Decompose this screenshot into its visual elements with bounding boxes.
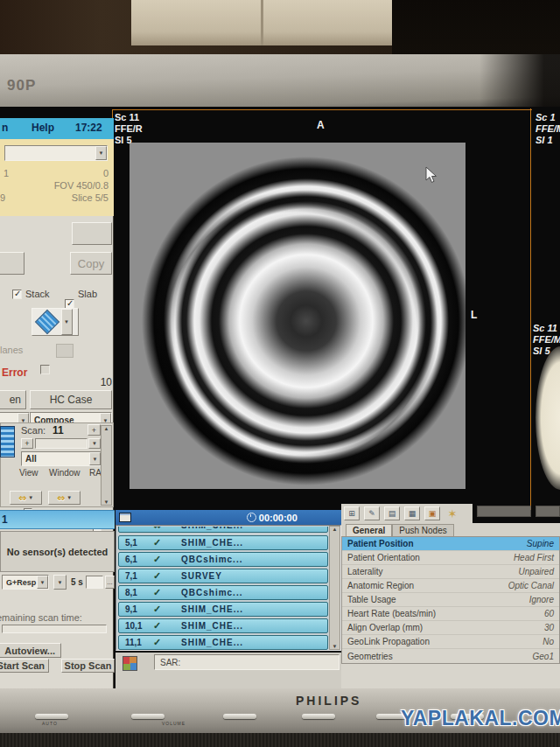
- trigger-value: G+Resp: [3, 578, 37, 587]
- speaker-grille: [0, 733, 560, 747]
- monitor-volume-down-button: [131, 714, 164, 719]
- layout-icon[interactable]: ⊞: [344, 506, 360, 520]
- window-icon[interactable]: [119, 513, 131, 522]
- trigger-mini-dropdown[interactable]: ▼: [53, 575, 66, 590]
- scan-label: Scan:: [21, 425, 46, 436]
- scan-row[interactable]: 7,1 ✓ SURVEY: [118, 569, 328, 583]
- scroll-up-icon[interactable]: ▲: [332, 527, 338, 532]
- auto-button-label: AUTO: [42, 721, 58, 726]
- scan-list[interactable]: ✖ SHIM_CHE... 5,1 ✓ SHIM_CHE... 6,1 ✓ QB…: [116, 525, 341, 651]
- scroll-up-icon[interactable]: ▲: [104, 426, 109, 431]
- chevron-down-icon[interactable]: [37, 576, 48, 589]
- propagate-window-button[interactable]: ⇔▼: [48, 491, 80, 505]
- stack-label: Stack: [25, 289, 50, 299]
- property-row[interactable]: Heart Rate (beats/min) 60: [342, 607, 559, 621]
- interval-field[interactable]: [86, 576, 103, 589]
- chevron-down-icon[interactable]: [95, 146, 107, 160]
- property-row[interactable]: Table Usage Ignore: [342, 593, 559, 607]
- blank-button[interactable]: [72, 222, 112, 245]
- copy-button[interactable]: Copy: [70, 252, 112, 275]
- start-scan-button[interactable]: Start Scan: [0, 659, 49, 673]
- slice-orientation-button[interactable]: [32, 308, 79, 336]
- section-scrollbar[interactable]: ▲▼: [101, 425, 112, 506]
- patient-property-grid: Patient Position Supine Patient Orientat…: [341, 536, 560, 664]
- check-icon: ✓: [153, 554, 181, 565]
- more-options-button[interactable]: ...: [105, 576, 115, 589]
- check-icon: ✓: [153, 604, 181, 615]
- bezel-shadow: [480, 54, 560, 107]
- check-icon: ✓: [153, 537, 181, 548]
- orientation-marker-left: L: [471, 310, 477, 321]
- scroll-down-icon[interactable]: ▼: [332, 644, 338, 649]
- scan-slider-track[interactable]: [35, 438, 88, 449]
- scroll-down-icon[interactable]: ▼: [104, 499, 109, 505]
- active-exam-row[interactable]: 1: [0, 510, 115, 529]
- scanlist-titlebar[interactable]: 00:00:00: [116, 510, 341, 525]
- chevron-down-icon[interactable]: [61, 309, 73, 335]
- mouse-cursor-icon: [425, 166, 438, 184]
- property-row[interactable]: Laterality Unpaired: [342, 565, 559, 579]
- chevron-down-icon[interactable]: [89, 452, 101, 465]
- scan-row[interactable]: 9,1 ✓ SHIM_CHE...: [118, 602, 328, 617]
- property-row[interactable]: Align Overlap (mm) 30: [342, 621, 559, 635]
- tab-general[interactable]: General: [346, 524, 392, 536]
- geometry-partial-left2: 9: [0, 192, 5, 203]
- autoview-button[interactable]: Autoview...: [0, 643, 61, 658]
- inactive-tab[interactable]: [477, 506, 531, 517]
- inactive-tab[interactable]: [536, 506, 560, 517]
- scan-row[interactable]: 11,1 ✓ SHIM_CHE...: [118, 635, 328, 650]
- panel-filler: [341, 664, 560, 688]
- scanlist-scrollbar[interactable]: ▲▼: [329, 526, 340, 650]
- tab-push-nodes[interactable]: Push Nodes: [392, 524, 453, 536]
- property-row[interactable]: Patient Orientation Head First: [342, 551, 559, 565]
- stop-scan-button[interactable]: Stop Scan: [61, 659, 115, 673]
- hc-case-button[interactable]: HC Case: [30, 390, 112, 409]
- planes-checkbox[interactable]: [40, 365, 50, 374]
- check-icon: ✓: [153, 637, 181, 648]
- patient-card-icon[interactable]: ▣: [424, 506, 440, 520]
- monitor-model-label: 90P: [7, 77, 36, 94]
- scan-row[interactable]: 6,1 ✓ QBCshimc...: [118, 552, 328, 567]
- stack-checkbox[interactable]: [12, 290, 22, 299]
- property-row[interactable]: Anatomic Region Optic Canal: [342, 579, 559, 593]
- interval-label: 5 s: [71, 577, 83, 587]
- scan-increment-button[interactable]: +: [88, 424, 101, 436]
- scan-row-partial[interactable]: ✖ SHIM_CHE...: [118, 527, 328, 534]
- sequence-name: FFE/M: [536, 123, 560, 135]
- open-button-partial[interactable]: en: [0, 390, 26, 409]
- sar-field: SAR:: [154, 654, 340, 670]
- propagate-view-button[interactable]: ⇔▼: [10, 491, 42, 505]
- mri-shim-phantom-image[interactable]: [130, 143, 466, 489]
- scan-row[interactable]: 5,1 ✓ SHIM_CHE...: [118, 535, 328, 550]
- scan-number: Sc 1: [536, 112, 560, 123]
- view-label: View: [19, 468, 38, 478]
- grid-pair-icon[interactable]: ▤: [384, 506, 400, 520]
- geometry-dropdown[interactable]: [4, 145, 108, 161]
- property-row[interactable]: GeoLink Propagation No: [342, 635, 559, 649]
- failed-icon: ✖: [153, 527, 181, 531]
- slice-number: SI 5: [115, 135, 143, 146]
- clock-icon: [247, 513, 256, 522]
- wall-grout-line: [261, 0, 263, 45]
- monitor-auto-button: [35, 714, 68, 719]
- partial-left-button[interactable]: [0, 252, 24, 275]
- site-watermark: YAPLAKAL.COM: [401, 707, 560, 730]
- slice-value: Slice 5/5: [72, 192, 108, 203]
- viewport-annotation-main: Sc 11 FFE/R SI 5: [115, 112, 143, 146]
- scan-slider-arrow[interactable]: ▼: [88, 438, 101, 449]
- property-row[interactable]: Geometries Geo1: [342, 649, 559, 663]
- edit-note-icon[interactable]: ✎: [364, 506, 380, 520]
- grid-detail-icon[interactable]: ▦: [404, 506, 420, 520]
- check-icon: ✓: [153, 620, 181, 632]
- trigger-dropdown[interactable]: G+Resp: [2, 575, 49, 590]
- menu-item-help[interactable]: Help: [32, 122, 54, 134]
- filter-dropdown[interactable]: All: [21, 451, 102, 466]
- remaining-time-field: [2, 625, 107, 633]
- property-row[interactable]: Patient Position Supine: [342, 537, 559, 551]
- scan-step-button[interactable]: +: [21, 438, 33, 449]
- scan-row[interactable]: 10,1 ✓ SHIM_CHE...: [118, 618, 328, 633]
- menu-item-partial[interactable]: n: [2, 122, 8, 134]
- star-annotate-icon[interactable]: ✶: [444, 506, 460, 520]
- scan-row[interactable]: 8,1 ✓ QBCshimc...: [118, 585, 328, 600]
- disabled-icon: [56, 344, 74, 358]
